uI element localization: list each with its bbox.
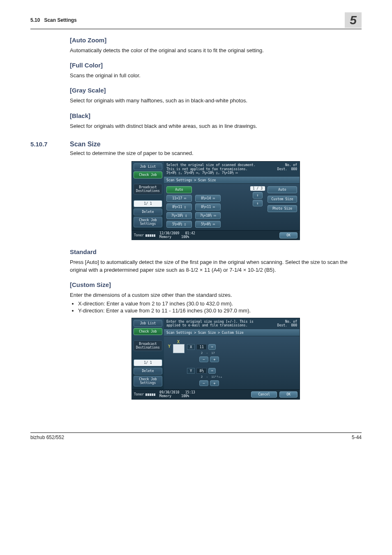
status-date: 09/30/2010 <box>159 391 179 394</box>
heading-full-color: [Full Color] <box>70 62 362 69</box>
custom-size-bullets: X-direction: Enter a value from 2 to 17 … <box>70 301 362 314</box>
toner-label: Toner <box>134 393 144 396</box>
y-minus-button[interactable]: − <box>199 380 208 386</box>
left-pager: 1/ 1 <box>134 200 162 207</box>
status-date: 12/30/2009 <box>159 231 179 235</box>
axis-y-label: Y <box>168 344 171 349</box>
check-job-button[interactable]: Check Job <box>134 171 162 178</box>
check-job-settings-button[interactable]: Check Job Settings <box>134 376 162 386</box>
size-button[interactable]: 5½×8½ ▯ <box>166 221 192 228</box>
chapter-number: 5 <box>345 12 362 28</box>
size-button[interactable]: 8½×14 ▭ <box>195 195 221 202</box>
job-list-button[interactable]: Job List <box>134 320 162 327</box>
breadcrumb: Scan Settings > Scan Size > Custom Size <box>164 329 300 336</box>
broadcast-destinations-label: Broadcast Destinations <box>134 340 162 351</box>
page-indicator: 1 / 3 <box>250 186 265 191</box>
ok-button[interactable]: OK <box>279 391 297 398</box>
dest-count: 000 <box>291 324 297 327</box>
cancel-button[interactable]: Cancel <box>251 391 277 398</box>
x-value: 11 <box>196 344 207 350</box>
text-auto-zoom: Automatically detects the color of the o… <box>70 47 362 54</box>
section-title: Scan Settings <box>44 17 76 23</box>
x-field-label: X <box>187 344 195 350</box>
photo-size-button[interactable]: Photo Size <box>267 205 297 212</box>
delete-button[interactable]: Delete <box>134 368 162 375</box>
footer-model: bizhub 652/552 <box>30 435 64 440</box>
panel-message: Enter the original size using [+/-]. Thi… <box>166 320 254 328</box>
bullet-x: X-direction: Enter a value from 2 to 17 … <box>78 301 362 307</box>
text-gray-scale: Select for originals with many halftones… <box>70 97 362 104</box>
page-footer: bizhub 652/552 5-44 <box>30 432 362 440</box>
toner-level-icon <box>145 393 155 396</box>
text-full-color: Scans the original in full color. <box>70 72 362 79</box>
size-button[interactable]: 8½×11 ▭ <box>195 204 221 210</box>
memory-value: 100% <box>181 235 189 239</box>
text-standard: Press [Auto] to automatically detect the… <box>70 259 362 273</box>
swap-icon[interactable]: ⇔ <box>208 368 216 374</box>
check-job-settings-button[interactable]: Check Job Settings <box>134 217 162 227</box>
subsection-number: 5.10.7 <box>30 141 70 148</box>
job-list-button[interactable]: Job List <box>134 163 162 170</box>
text-scan-size: Select to determine the size of paper to… <box>70 150 362 157</box>
size-button[interactable]: 7¼×10½ ▭ <box>195 212 221 219</box>
broadcast-destinations-label: Broadcast Destinations <box>134 184 162 194</box>
screenshot-scan-size-panel: Job List Check Job Broadcast Destination… <box>131 161 300 240</box>
ok-button[interactable]: OK <box>279 232 297 238</box>
toner-label: Toner <box>134 234 144 237</box>
side-auto-button[interactable]: Auto <box>267 186 297 193</box>
breadcrumb: Scan Settings > Scan Size <box>164 177 300 184</box>
check-job-button[interactable]: Check Job <box>134 328 162 335</box>
size-auto-button[interactable]: Auto <box>166 186 192 193</box>
toner-level-icon <box>145 234 155 237</box>
heading-auto-zoom: [Auto Zoom] <box>70 37 362 44</box>
page-down-button[interactable]: ↓ <box>253 200 263 206</box>
subsection-title: Scan Size <box>70 141 101 148</box>
page-up-button[interactable]: ↑ <box>253 192 263 199</box>
size-button[interactable]: 5½×8½ ▭ <box>195 221 221 228</box>
delete-button[interactable]: Delete <box>134 208 162 215</box>
memory-value: 100% <box>181 394 189 398</box>
custom-size-button[interactable]: Custom Size <box>267 196 297 203</box>
size-preview-icon <box>173 344 184 353</box>
status-time: 01:42 <box>185 231 195 235</box>
size-button[interactable]: 11×17 ▭ <box>166 195 192 202</box>
y-field-label: Y <box>187 368 195 374</box>
heading-gray-scale: [Gray Scale] <box>70 87 362 94</box>
size-button[interactable]: 8½×11 ▯ <box>166 204 192 210</box>
left-pager: 1/ 1 <box>134 359 162 366</box>
text-custom-size: Enter the dimensions of a custom size ot… <box>70 291 362 299</box>
heading-standard: Standard <box>70 248 362 255</box>
swap-icon[interactable]: ⇔ <box>208 344 216 350</box>
heading-black: [Black] <box>70 112 362 119</box>
section-number: 5.10 <box>30 17 40 23</box>
y-plus-button[interactable]: + <box>210 380 219 386</box>
memory-label: Memory <box>159 235 171 239</box>
text-black: Select for originals with distinct black… <box>70 123 362 130</box>
size-button[interactable]: 7¼×10½ ▯ <box>166 212 192 219</box>
x-plus-button[interactable]: + <box>210 356 219 362</box>
page-header: 5.10 Scan Settings 5 <box>30 12 362 29</box>
status-time: 15:13 <box>185 391 195 394</box>
x-minus-button[interactable]: − <box>199 356 208 362</box>
heading-custom-size: [Custom Size] <box>70 281 362 288</box>
dest-count: 000 <box>291 167 297 171</box>
bullet-y: Y-direction: Enter a value from 2 to 11 … <box>78 308 362 314</box>
footer-page: 5-44 <box>352 435 362 440</box>
y-value: 8½ <box>196 368 207 374</box>
screenshot-custom-size-panel: Job List Check Job Broadcast Destination… <box>131 318 300 400</box>
panel-message: Select the original size of scanned docu… <box>166 163 256 171</box>
axis-x-label: X <box>177 340 295 344</box>
memory-label: Memory <box>159 394 171 398</box>
panel-message-icons: 5½×8½ ▯, 5½×8½ ▭, 7¼×10½ ▯, 7¼×10½ ▭ <box>166 171 256 175</box>
